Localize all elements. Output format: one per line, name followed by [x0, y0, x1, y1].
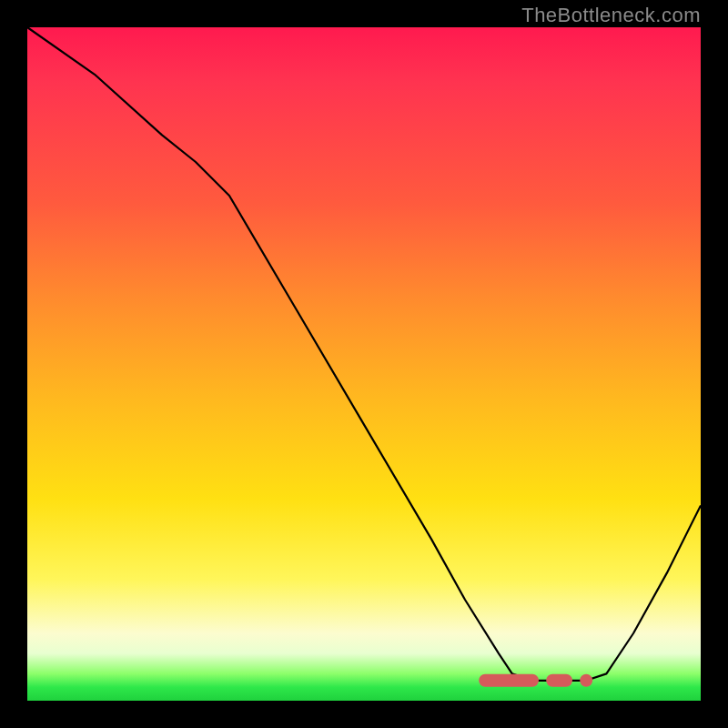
bottleneck-curve [27, 27, 701, 681]
plot-area [27, 27, 701, 701]
attribution-label: TheBottleneck.com [521, 4, 701, 27]
curve-svg [27, 27, 701, 701]
svg-point-0 [580, 674, 592, 687]
chart-frame: TheBottleneck.com [0, 0, 728, 728]
